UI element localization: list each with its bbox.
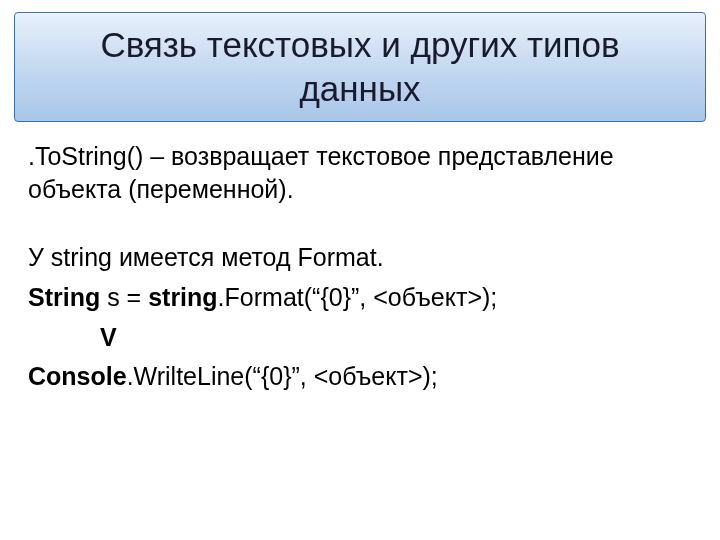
code-line-console: Console.WrilteLine(“{0}”, <объект>); <box>28 360 692 394</box>
slide-content: .ToString() – возвращает текстовое предс… <box>14 140 706 395</box>
code-text-1: s = <box>100 283 148 311</box>
code-text-3: .WrilteLine(“{0}”, <объект>); <box>127 362 438 390</box>
slide: Связь текстовых и других типов данных .T… <box>0 0 720 540</box>
code-line-format: String s = string.Format(“{0}”, <объект>… <box>28 281 692 315</box>
code-text-2: .Format(“{0}”, <объект>); <box>218 283 498 311</box>
arrow-down: V <box>28 321 692 355</box>
kw-string-type: String <box>28 283 100 311</box>
kw-console: Console <box>28 362 127 390</box>
slide-title-box: Связь текстовых и других типов данных <box>14 12 706 122</box>
spacer <box>28 213 692 241</box>
paragraph-format: У string имеется метод Format. <box>28 241 692 275</box>
paragraph-tostring: .ToString() – возвращает текстовое предс… <box>28 140 692 208</box>
slide-title: Связь текстовых и других типов данных <box>35 23 685 111</box>
kw-string: string <box>148 283 217 311</box>
